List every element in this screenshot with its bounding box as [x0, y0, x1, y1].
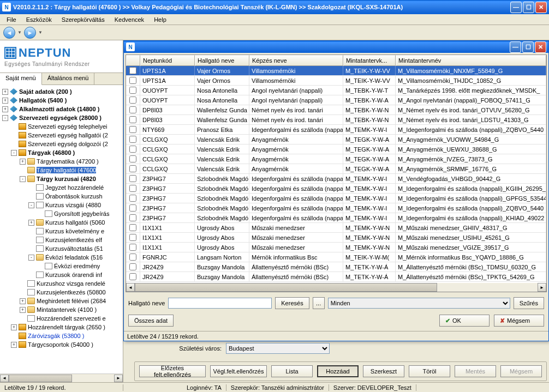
- tree-expander[interactable]: +: [2, 98, 8, 104]
- tree-expander[interactable]: +: [11, 324, 17, 330]
- tab-general-menu[interactable]: Általános menü: [42, 73, 95, 85]
- row-checkbox[interactable]: [129, 224, 136, 231]
- row-checkbox[interactable]: [129, 273, 136, 280]
- tree-node[interactable]: Kurzusjelentkezés elf: [1, 236, 122, 244]
- menu-tools[interactable]: Eszközök: [22, 15, 56, 24]
- table-row[interactable]: JR24Z9Buzsgay MandolaÁllattenyésztő mérn…: [126, 272, 546, 282]
- menu-rolechange[interactable]: Szerepkörváltás: [57, 15, 109, 24]
- tree-node[interactable]: Kurzus követelmény e: [1, 227, 122, 236]
- nav-back-button[interactable]: ◄: [3, 27, 15, 39]
- list-button[interactable]: Lista: [271, 365, 313, 377]
- tree-expander[interactable]: -: [11, 150, 17, 156]
- table-row[interactable]: CCLGXQValencsák EdrikAnyagmérnökM_TEGK-Y…: [126, 164, 546, 174]
- maximize-button[interactable]: ☐: [523, 2, 534, 13]
- tree-node[interactable]: Kurzusok órarendi inf: [1, 270, 122, 279]
- tree-expander[interactable]: +: [28, 220, 34, 226]
- row-checkbox[interactable]: [129, 165, 136, 172]
- table-row[interactable]: NTY669Pranosz EtkaIdegenforgalmi és szál…: [126, 125, 546, 135]
- tree-node[interactable]: +Hallgatók (5400 ): [1, 96, 122, 105]
- grid-scroll-right-icon[interactable]: ►: [538, 283, 546, 292]
- table-row[interactable]: UPTS1AVajer OrmosVillamosmérnökiM_TEIK-Y…: [126, 66, 546, 76]
- nav-forward-button[interactable]: ►: [24, 27, 36, 39]
- edit-button[interactable]: Szerkeszt: [363, 365, 404, 377]
- table-row[interactable]: Z3PHG7Szlobodnék MagdóIdegenforgalmi és …: [126, 194, 546, 203]
- tree-node[interactable]: Szervezeti egység dolgozói (2: [1, 140, 122, 148]
- row-checkbox[interactable]: [129, 254, 136, 261]
- row-checkbox[interactable]: [129, 136, 136, 143]
- tree-node[interactable]: -Évközi feladatok (516: [1, 253, 122, 262]
- precheck-button[interactable]: Előzetes felt.ellenőrzés: [139, 365, 206, 377]
- filter-more-button[interactable]: ...: [313, 297, 325, 309]
- col-kepzes-neve[interactable]: Képzés neve: [249, 55, 343, 66]
- dialog-maximize-button[interactable]: ☐: [522, 41, 534, 53]
- menu-file[interactable]: File: [2, 15, 21, 24]
- tree-node[interactable]: -Tárgy kurzusai (4820: [1, 174, 122, 183]
- tree-expander[interactable]: +: [20, 159, 26, 165]
- dialog-close-button[interactable]: ✕: [535, 41, 546, 53]
- tab-own-menu[interactable]: Saját menü: [0, 73, 42, 85]
- table-row[interactable]: CCLGXQValencsák EdrikAnyagmérnökM_TEGK-Y…: [126, 135, 546, 144]
- close-button[interactable]: ✕: [535, 2, 547, 13]
- table-row[interactable]: CCLGXQValencsák EdrikAnyagmérnökM_TEGK-Y…: [126, 144, 546, 154]
- scroll-thumb[interactable]: [9, 375, 72, 382]
- tree-node[interactable]: -Tárgyak (46800 ): [1, 148, 122, 157]
- row-checkbox[interactable]: [129, 155, 136, 162]
- row-checkbox[interactable]: [129, 87, 136, 94]
- table-row[interactable]: Z3PHG7Szlobodnék MagdóIdegenforgalmi és …: [126, 203, 546, 213]
- table-row[interactable]: DP8I03Wallenfelsz GundaNémet nyelv és ir…: [126, 105, 546, 115]
- table-row[interactable]: Z3PHG7Szlobodnék MagdóIdegenforgalmi és …: [126, 174, 546, 184]
- tree-node[interactable]: Szervezeti egység hallgatói (2: [1, 131, 122, 140]
- row-checkbox[interactable]: [129, 106, 136, 113]
- row-checkbox[interactable]: [129, 116, 136, 123]
- all-data-button[interactable]: Összes adat: [128, 315, 174, 327]
- tree-node[interactable]: +Saját adatok (200 ): [1, 87, 122, 96]
- finalcheck-button[interactable]: Végl.felt.ellenőrzés: [210, 365, 267, 377]
- table-row[interactable]: I1X1X1Ugrosdy AbosMűszaki menedzserM_TEM…: [126, 223, 546, 233]
- tree-node[interactable]: Záróvizsgák (53800 ): [1, 331, 122, 340]
- row-checkbox[interactable]: [129, 77, 136, 84]
- filter-dropdown[interactable]: Minden: [328, 298, 510, 309]
- row-checkbox[interactable]: [129, 185, 136, 192]
- tree-node[interactable]: +Tárgytematika (47200 ): [1, 157, 122, 166]
- tree-expander[interactable]: -: [2, 115, 8, 121]
- grid-body[interactable]: UPTS1AVajer OrmosVillamosmérnökiM_TEIK-Y…: [126, 66, 546, 283]
- table-row[interactable]: OUOYPTNosa AntonellaAngol nyelvtanári (n…: [126, 95, 546, 105]
- tree-expander[interactable]: +: [2, 106, 8, 112]
- tree-expander[interactable]: +: [11, 342, 17, 348]
- tree-node[interactable]: -Kurzus vizsgái (4880: [1, 201, 122, 209]
- table-row[interactable]: UPTS1AVajer OrmosVillamosmérnökiM_TEIK-Y…: [126, 76, 546, 86]
- birth-city-select[interactable]: Budapest: [226, 343, 330, 354]
- ok-button[interactable]: ✔OK: [439, 315, 490, 327]
- grid-scroll-left-icon[interactable]: ◄: [126, 283, 135, 292]
- save-button[interactable]: Mentés: [455, 365, 496, 377]
- row-checkbox[interactable]: [129, 204, 136, 212]
- search-button[interactable]: Keresés: [275, 297, 309, 309]
- table-row[interactable]: I1X1X1Ugrosdy AbosMűszaki menedzserM_TEM…: [126, 233, 546, 243]
- row-checkbox[interactable]: [129, 234, 136, 241]
- grid-hscroll[interactable]: ◄ ►: [126, 283, 546, 292]
- row-checkbox[interactable]: [129, 126, 136, 133]
- row-checkbox[interactable]: [129, 195, 136, 202]
- scroll-right-icon[interactable]: ►: [114, 375, 123, 382]
- tree-node[interactable]: -Szervezeti egységek (28000 ): [1, 113, 122, 122]
- table-row[interactable]: JR24Z9Buzsgay MandolaÁllattenyésztő mérn…: [126, 262, 546, 272]
- cancel-button[interactable]: ✘Mégsem: [494, 315, 544, 327]
- table-row[interactable]: I1X1X1Ugrosdy AbosMűszaki menedzserM_TEM…: [126, 243, 546, 252]
- tree-node[interactable]: +Alkalmazotti adatok (14800 ): [1, 105, 122, 113]
- table-row[interactable]: Z3PHG7Szlobodnék MagdóIdegenforgalmi és …: [126, 184, 546, 194]
- table-row[interactable]: DP8I03Wallenfelsz GundaNémet nyelv és ir…: [126, 115, 546, 125]
- col-neptunkod[interactable]: Neptunkód: [140, 55, 195, 66]
- tree-node[interactable]: Órabontások kurzush: [1, 192, 122, 201]
- tree-node[interactable]: +Mintatantervek (4100 ): [1, 305, 122, 314]
- tree-node[interactable]: Hozzárendelt szervezeti e: [1, 314, 122, 323]
- tree-node[interactable]: Kurzusjelentkezés (50800: [1, 288, 122, 297]
- table-row[interactable]: FGNRJCLangsam NortonMérnök informatikus …: [126, 252, 546, 262]
- row-checkbox[interactable]: [129, 214, 136, 221]
- tree-expander[interactable]: +: [20, 298, 26, 304]
- row-checkbox[interactable]: [129, 67, 136, 74]
- tree-node[interactable]: Kurzusváltoztatás (51: [1, 244, 122, 253]
- row-checkbox[interactable]: [129, 175, 136, 182]
- tree-node[interactable]: Évközi eredmény: [1, 262, 122, 270]
- row-checkbox[interactable]: [129, 244, 136, 251]
- nav-back-dropdown[interactable]: ▼: [17, 30, 22, 35]
